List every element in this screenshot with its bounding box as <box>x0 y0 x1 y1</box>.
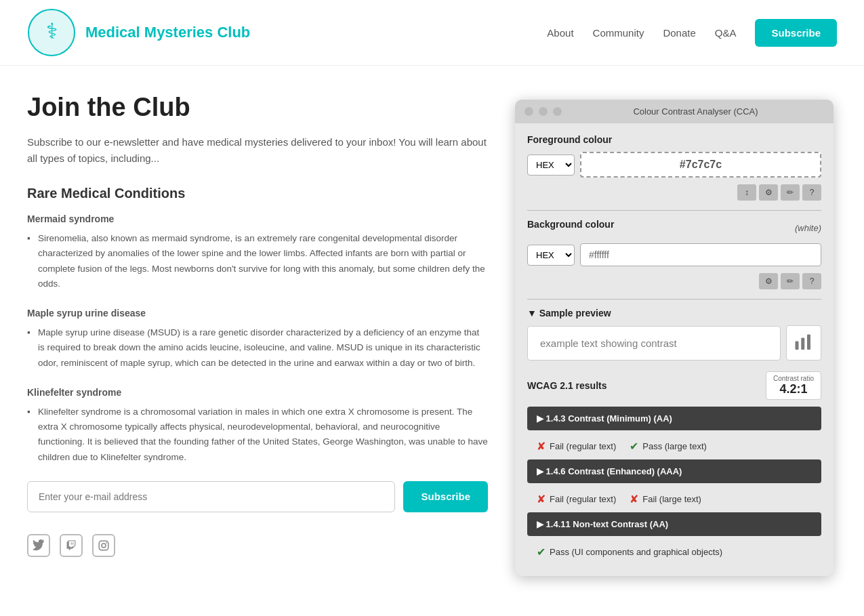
fg-color-row: HEX RGB HSL <box>527 152 821 178</box>
bg-hex-input[interactable] <box>580 243 821 266</box>
header-subscribe-button[interactable]: Subscribe <box>755 19 837 47</box>
twitter-icon[interactable] <box>27 534 50 557</box>
wcag-result-text-2-1: Fail (regular text) <box>550 494 616 504</box>
site-logo: ⚕ <box>27 8 76 57</box>
condition-title-3: Klinefelter syndrome <box>27 387 488 398</box>
left-column: Join the Club Subscribe to our e-newslet… <box>27 93 488 576</box>
wcag-result-row-2: ✘ Fail (regular text) ✘ Fail (large text… <box>527 489 821 512</box>
svg-rect-4 <box>807 335 810 350</box>
fg-tools: ↕ ⚙ ✏ ? <box>527 184 821 201</box>
instagram-icon[interactable] <box>92 534 115 557</box>
bg-tool-settings[interactable]: ⚙ <box>759 273 778 289</box>
svg-rect-3 <box>801 338 804 350</box>
fg-tool-settings[interactable]: ⚙ <box>759 184 778 201</box>
header-left: ⚕ Medical Mysteries Club <box>27 8 250 57</box>
bg-tool-help[interactable]: ? <box>802 273 821 289</box>
wcag-result-2-1: ✘ Fail (regular text) <box>537 493 616 506</box>
wcag-result-row-1: ✘ Fail (regular text) ✔ Pass (large text… <box>527 436 821 459</box>
sample-preview-box: example text showing contrast <box>527 325 821 361</box>
titlebar-dot-3 <box>553 107 562 116</box>
fg-format-select[interactable]: HEX RGB HSL <box>527 155 575 176</box>
wcag-result-1-1: ✘ Fail (regular text) <box>537 440 616 453</box>
contrast-ratio-label: Contrast ratio <box>773 375 814 382</box>
wcag-result-text-1-1: Fail (regular text) <box>550 441 616 451</box>
wcag-result-3-1: ✔ Pass (UI components and graphical obje… <box>537 546 722 558</box>
cca-divider-1 <box>527 210 821 211</box>
titlebar-dot-2 <box>539 107 548 116</box>
wcag-row-1-4-3[interactable]: ▶ 1.4.3 Contrast (Minimum) (AA) <box>527 407 821 430</box>
svg-rect-2 <box>796 342 799 350</box>
condition-title-2: Maple syrup urine disease <box>27 308 488 319</box>
fg-hex-input[interactable] <box>580 152 821 178</box>
intro-text: Subscribe to our e-newsletter and have m… <box>27 134 488 167</box>
social-icons <box>27 534 488 557</box>
main-content: Join the Club Subscribe to our e-newslet… <box>0 66 864 603</box>
wcag-row-title-1: ▶ 1.4.3 Contrast (Minimum) (AA) <box>537 413 672 424</box>
wcag-row-1-4-6[interactable]: ▶ 1.4.6 Contrast (Enhanced) (AAA) <box>527 459 821 483</box>
wcag-row-1-4-11[interactable]: ▶ 1.4.11 Non-text Contrast (AA) <box>527 512 821 536</box>
titlebar-dot-1 <box>524 107 533 116</box>
bg-label: Background colour <box>527 219 614 230</box>
twitch-icon[interactable] <box>60 534 83 557</box>
cca-panel: Colour Contrast Analyser (CCA) Foregroun… <box>515 100 834 576</box>
condition-text-3: Klinefelter syndrome is a chromosomal va… <box>27 405 488 465</box>
email-form: Subscribe <box>27 481 488 512</box>
fg-tool-swap[interactable]: ↕ <box>737 184 756 201</box>
cca-divider-2 <box>527 299 821 300</box>
condition-text-2: Maple syrup urine disease (MSUD) is a ra… <box>27 325 488 371</box>
header: ⚕ Medical Mysteries Club About Community… <box>0 0 864 66</box>
section-title: Rare Medical Conditions <box>27 186 488 201</box>
wcag-result-text-2-2: Fail (large text) <box>642 494 701 504</box>
bg-tools: ⚙ ✏ ? <box>527 273 821 289</box>
bg-color-row: HEX RGB HSL <box>527 243 821 266</box>
fg-tool-eyedropper[interactable]: ✏ <box>781 184 800 201</box>
cca-body: Foreground colour HEX RGB HSL ↕ ⚙ ✏ ? Ba… <box>515 123 834 576</box>
contrast-ratio-box: Contrast ratio 4.2:1 <box>766 371 821 400</box>
wcag-header: WCAG 2.1 results Contrast ratio 4.2:1 <box>527 371 821 400</box>
sample-chart-icon <box>786 325 821 361</box>
bg-header: Background colour (white) <box>527 219 821 237</box>
page-heading: Join the Club <box>27 93 488 122</box>
contrast-ratio-value: 4.2:1 <box>773 382 814 396</box>
fail-icon-2: ✘ <box>537 493 546 506</box>
cca-titlebar: Colour Contrast Analyser (CCA) <box>515 100 834 123</box>
main-nav: About Community Donate Q&A Subscribe <box>547 19 837 47</box>
condition-title-1: Mermaid syndrome <box>27 213 488 224</box>
bg-white-label: (white) <box>795 223 821 233</box>
nav-community[interactable]: Community <box>593 27 644 39</box>
site-title: Medical Mysteries Club <box>85 24 250 41</box>
cca-title: Colour Contrast Analyser (CCA) <box>567 106 824 117</box>
wcag-title: WCAG 2.1 results <box>527 380 606 391</box>
nav-donate[interactable]: Donate <box>663 27 695 39</box>
wcag-row-title-3: ▶ 1.4.11 Non-text Contrast (AA) <box>537 519 668 529</box>
sample-text: example text showing contrast <box>527 326 781 361</box>
fg-tool-help[interactable]: ? <box>802 184 821 201</box>
nav-qa[interactable]: Q&A <box>715 27 737 39</box>
pass-icon-2: ✔ <box>537 546 546 558</box>
email-input[interactable] <box>27 481 395 512</box>
wcag-result-text-1-2: Pass (large text) <box>642 441 707 451</box>
svg-text:⚕: ⚕ <box>46 19 58 43</box>
pass-icon-1: ✔ <box>630 440 638 453</box>
fail-icon-1: ✘ <box>537 440 546 453</box>
fg-label: Foreground colour <box>527 134 821 145</box>
condition-text-1: Sirenomelia, also known as mermaid syndr… <box>27 231 488 291</box>
wcag-result-1-2: ✔ Pass (large text) <box>630 440 707 453</box>
wcag-result-row-3: ✔ Pass (UI components and graphical obje… <box>527 541 821 565</box>
nav-about[interactable]: About <box>547 27 573 39</box>
wcag-row-title-2: ▶ 1.4.6 Contrast (Enhanced) (AAA) <box>537 466 682 476</box>
bg-format-select[interactable]: HEX RGB HSL <box>527 245 575 266</box>
sample-preview-section: ▼ Sample preview example text showing co… <box>527 308 821 361</box>
fail-icon-3: ✘ <box>630 493 638 506</box>
sample-preview-label: ▼ Sample preview <box>527 308 611 319</box>
sample-preview-header: ▼ Sample preview <box>527 308 821 319</box>
wcag-result-2-2: ✘ Fail (large text) <box>630 493 701 506</box>
subscribe-form-button[interactable]: Subscribe <box>403 481 488 512</box>
bg-tool-eyedropper[interactable]: ✏ <box>781 273 800 289</box>
wcag-result-text-3-1: Pass (UI components and graphical object… <box>550 547 722 557</box>
